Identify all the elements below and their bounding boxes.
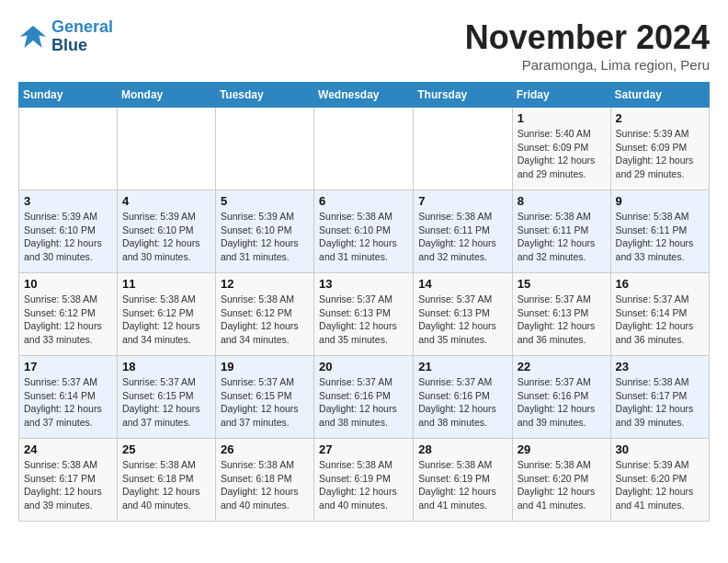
day-cell-25: 25Sunrise: 5:38 AM Sunset: 6:18 PM Dayli… xyxy=(117,439,215,522)
day-cell-22: 22Sunrise: 5:37 AM Sunset: 6:16 PM Dayli… xyxy=(512,356,610,439)
day-info: Sunrise: 5:39 AM Sunset: 6:20 PM Dayligh… xyxy=(616,458,704,512)
day-cell-23: 23Sunrise: 5:38 AM Sunset: 6:17 PM Dayli… xyxy=(610,356,709,439)
day-cell-6: 6Sunrise: 5:38 AM Sunset: 6:10 PM Daylig… xyxy=(314,190,414,273)
empty-cell xyxy=(117,108,215,190)
day-cell-26: 26Sunrise: 5:38 AM Sunset: 6:18 PM Dayli… xyxy=(215,439,313,522)
day-number: 11 xyxy=(122,277,210,291)
day-number: 22 xyxy=(518,360,606,373)
day-number: 9 xyxy=(616,194,704,208)
day-cell-12: 12Sunrise: 5:38 AM Sunset: 6:12 PM Dayli… xyxy=(215,273,313,356)
calendar-table: SundayMondayTuesdayWednesdayThursdayFrid… xyxy=(18,82,710,522)
svg-marker-0 xyxy=(20,26,47,48)
day-cell-14: 14Sunrise: 5:37 AM Sunset: 6:13 PM Dayli… xyxy=(414,273,512,356)
day-number: 19 xyxy=(221,360,309,373)
day-number: 24 xyxy=(24,442,112,456)
empty-cell xyxy=(414,108,512,190)
day-info: Sunrise: 5:38 AM Sunset: 6:20 PM Dayligh… xyxy=(518,458,606,512)
logo: General Blue xyxy=(18,18,113,55)
weekday-header-saturday: Saturday xyxy=(610,83,709,108)
day-info: Sunrise: 5:37 AM Sunset: 6:14 PM Dayligh… xyxy=(24,375,112,430)
day-number: 12 xyxy=(221,277,309,291)
day-info: Sunrise: 5:38 AM Sunset: 6:18 PM Dayligh… xyxy=(122,458,210,512)
day-cell-29: 29Sunrise: 5:38 AM Sunset: 6:20 PM Dayli… xyxy=(512,439,610,522)
month-title: November 2024 xyxy=(465,18,710,57)
day-cell-28: 28Sunrise: 5:38 AM Sunset: 6:19 PM Dayli… xyxy=(414,439,512,522)
day-info: Sunrise: 5:39 AM Sunset: 6:10 PM Dayligh… xyxy=(221,210,309,264)
day-info: Sunrise: 5:37 AM Sunset: 6:13 PM Dayligh… xyxy=(319,293,408,347)
day-info: Sunrise: 5:39 AM Sunset: 6:10 PM Dayligh… xyxy=(122,210,210,264)
weekday-header-friday: Friday xyxy=(512,83,610,108)
day-number: 15 xyxy=(518,277,606,291)
day-number: 1 xyxy=(518,111,606,125)
day-number: 10 xyxy=(24,277,112,291)
weekday-header-monday: Monday xyxy=(117,83,215,108)
day-info: Sunrise: 5:38 AM Sunset: 6:19 PM Dayligh… xyxy=(418,458,506,512)
day-cell-3: 3Sunrise: 5:39 AM Sunset: 6:10 PM Daylig… xyxy=(19,190,118,273)
day-number: 27 xyxy=(319,442,408,456)
empty-cell xyxy=(19,108,118,190)
empty-cell xyxy=(215,108,313,190)
logo-text: General Blue xyxy=(51,18,113,55)
day-info: Sunrise: 5:38 AM Sunset: 6:17 PM Dayligh… xyxy=(24,458,112,512)
day-info: Sunrise: 5:38 AM Sunset: 6:12 PM Dayligh… xyxy=(122,293,210,347)
day-cell-19: 19Sunrise: 5:37 AM Sunset: 6:15 PM Dayli… xyxy=(215,356,313,439)
day-number: 29 xyxy=(518,442,606,456)
day-cell-13: 13Sunrise: 5:37 AM Sunset: 6:13 PM Dayli… xyxy=(314,273,414,356)
weekday-header-tuesday: Tuesday xyxy=(215,83,313,108)
day-info: Sunrise: 5:40 AM Sunset: 6:09 PM Dayligh… xyxy=(518,127,606,181)
day-cell-15: 15Sunrise: 5:37 AM Sunset: 6:13 PM Dayli… xyxy=(512,273,610,356)
weekday-header-wednesday: Wednesday xyxy=(314,83,414,108)
location-title: Paramonga, Lima region, Peru xyxy=(465,57,710,73)
day-number: 23 xyxy=(616,360,704,373)
day-info: Sunrise: 5:37 AM Sunset: 6:13 PM Dayligh… xyxy=(418,293,506,347)
day-number: 3 xyxy=(24,194,112,208)
day-number: 8 xyxy=(518,194,606,208)
day-number: 30 xyxy=(616,442,704,456)
day-info: Sunrise: 5:38 AM Sunset: 6:12 PM Dayligh… xyxy=(24,293,112,347)
weekday-header-sunday: Sunday xyxy=(19,83,118,108)
day-number: 13 xyxy=(319,277,408,291)
day-info: Sunrise: 5:37 AM Sunset: 6:16 PM Dayligh… xyxy=(518,375,606,430)
day-cell-16: 16Sunrise: 5:37 AM Sunset: 6:14 PM Dayli… xyxy=(610,273,709,356)
empty-cell xyxy=(314,108,414,190)
day-info: Sunrise: 5:37 AM Sunset: 6:16 PM Dayligh… xyxy=(319,375,408,430)
day-cell-5: 5Sunrise: 5:39 AM Sunset: 6:10 PM Daylig… xyxy=(215,190,313,273)
day-number: 4 xyxy=(122,194,210,208)
day-number: 14 xyxy=(418,277,506,291)
day-number: 17 xyxy=(24,360,112,373)
day-number: 18 xyxy=(122,360,210,373)
day-cell-10: 10Sunrise: 5:38 AM Sunset: 6:12 PM Dayli… xyxy=(19,273,118,356)
day-cell-2: 2Sunrise: 5:39 AM Sunset: 6:09 PM Daylig… xyxy=(610,108,709,190)
day-info: Sunrise: 5:38 AM Sunset: 6:18 PM Dayligh… xyxy=(221,458,309,512)
day-number: 5 xyxy=(221,194,309,208)
day-info: Sunrise: 5:38 AM Sunset: 6:17 PM Dayligh… xyxy=(616,375,704,430)
day-cell-8: 8Sunrise: 5:38 AM Sunset: 6:11 PM Daylig… xyxy=(512,190,610,273)
day-cell-27: 27Sunrise: 5:38 AM Sunset: 6:19 PM Dayli… xyxy=(314,439,414,522)
day-number: 7 xyxy=(418,194,506,208)
day-info: Sunrise: 5:38 AM Sunset: 6:12 PM Dayligh… xyxy=(221,293,309,347)
day-number: 6 xyxy=(319,194,408,208)
day-cell-7: 7Sunrise: 5:38 AM Sunset: 6:11 PM Daylig… xyxy=(414,190,512,273)
day-number: 28 xyxy=(418,442,506,456)
day-cell-9: 9Sunrise: 5:38 AM Sunset: 6:11 PM Daylig… xyxy=(610,190,709,273)
day-info: Sunrise: 5:39 AM Sunset: 6:09 PM Dayligh… xyxy=(616,127,704,181)
day-number: 2 xyxy=(616,111,704,125)
day-cell-11: 11Sunrise: 5:38 AM Sunset: 6:12 PM Dayli… xyxy=(117,273,215,356)
weekday-header-thursday: Thursday xyxy=(414,83,512,108)
day-info: Sunrise: 5:38 AM Sunset: 6:10 PM Dayligh… xyxy=(319,210,408,264)
day-cell-18: 18Sunrise: 5:37 AM Sunset: 6:15 PM Dayli… xyxy=(117,356,215,439)
day-cell-17: 17Sunrise: 5:37 AM Sunset: 6:14 PM Dayli… xyxy=(19,356,118,439)
day-info: Sunrise: 5:39 AM Sunset: 6:10 PM Dayligh… xyxy=(24,210,112,264)
day-info: Sunrise: 5:37 AM Sunset: 6:13 PM Dayligh… xyxy=(518,293,606,347)
day-info: Sunrise: 5:37 AM Sunset: 6:16 PM Dayligh… xyxy=(418,375,506,430)
logo-icon xyxy=(18,22,48,52)
day-number: 21 xyxy=(418,360,506,373)
day-info: Sunrise: 5:37 AM Sunset: 6:14 PM Dayligh… xyxy=(616,293,704,347)
day-number: 26 xyxy=(221,442,309,456)
day-info: Sunrise: 5:38 AM Sunset: 6:11 PM Dayligh… xyxy=(518,210,606,264)
day-number: 16 xyxy=(616,277,704,291)
day-cell-20: 20Sunrise: 5:37 AM Sunset: 6:16 PM Dayli… xyxy=(314,356,414,439)
header: General Blue November 2024 Paramonga, Li… xyxy=(18,18,710,73)
day-number: 20 xyxy=(319,360,408,373)
day-cell-1: 1Sunrise: 5:40 AM Sunset: 6:09 PM Daylig… xyxy=(512,108,610,190)
